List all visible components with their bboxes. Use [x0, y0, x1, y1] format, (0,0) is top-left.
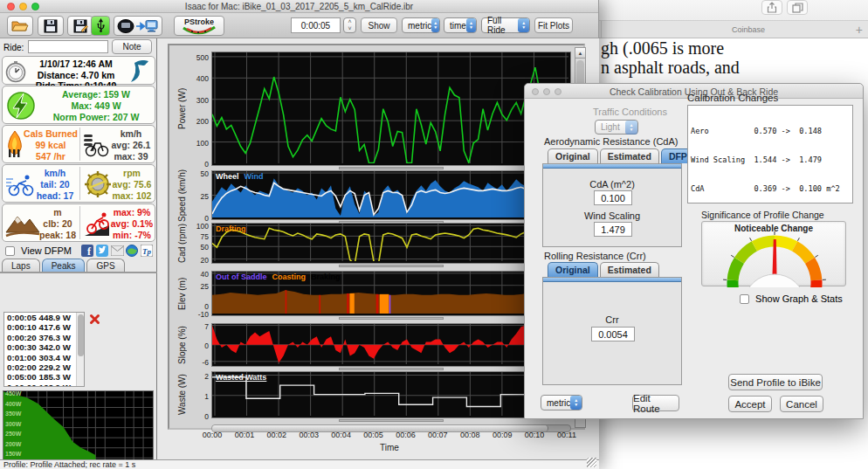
peak-row[interactable]: 0:05:00 185.3 W [4, 372, 84, 382]
x-tick-label: 00:00 [195, 431, 230, 439]
peak-row[interactable]: 0:00:05 448.9 W [4, 313, 84, 322]
toolbar: PStroke 0:00:05 ˄˅ Show metric▲▼ time▲▼ … [0, 13, 598, 38]
calories-text: Cals Burned 99 kcal 547 /hr [24, 128, 78, 162]
show-graph-label: Show Graph & Stats [755, 293, 843, 304]
show-graph-row: Show Graph & Stats [740, 293, 843, 304]
send-profile-button[interactable]: Send Profile to iBike [728, 374, 823, 390]
plot-zoom-indicator[interactable] [339, 317, 444, 320]
ride-name-input[interactable] [28, 40, 108, 53]
peaks-list[interactable]: 0:00:05 448.9 W 0:00:10 417.6 W 0:00:20 … [3, 312, 85, 387]
speed-text: km/h avg: 26.1 max: 39 [107, 128, 155, 162]
power-curve-y-label: 450W [5, 390, 21, 397]
peak-row[interactable]: 0:10:00 163.9 W [4, 383, 84, 387]
cancel-button[interactable]: Cancel [780, 396, 823, 412]
note-button[interactable]: Note [112, 39, 152, 54]
peak-row[interactable]: 0:00:20 376.3 W [4, 333, 84, 342]
peak-row[interactable]: 0:00:10 417.6 W [4, 322, 84, 332]
cadence-plot[interactable]: Cad (rpm)100755020Drafting [211, 223, 571, 264]
speed-bike-icon [83, 133, 109, 157]
show-graph-checkbox[interactable] [740, 294, 749, 304]
view-dfpm-label: View DFPM [21, 245, 72, 256]
usb-button[interactable] [91, 16, 110, 36]
peak-row[interactable]: 0:02:00 229.2 W [4, 362, 84, 372]
peak-row[interactable]: 0:00:30 342.0 W [4, 342, 84, 352]
google-earth-icon[interactable] [126, 245, 138, 257]
scroll-up-arrow-icon[interactable]: ▲ [575, 48, 585, 59]
wind-scaling-value: 1.479 [601, 224, 625, 235]
y-tick-label: 50 [179, 243, 209, 252]
power-plot[interactable]: Power (W)5004003002001000 [211, 52, 571, 166]
peaks-scrollbar[interactable] [76, 313, 84, 386]
cals-rate: 547 /hr [24, 151, 78, 162]
peak-row[interactable]: 0:01:00 303.4 W [4, 353, 84, 362]
cda-label: CdA (m^2) [543, 179, 681, 190]
wind-scaling-field[interactable]: 1.479 [594, 222, 632, 237]
dialog-units-dropdown[interactable]: metric ▲▼ [541, 395, 582, 410]
new-tab-button[interactable]: + [856, 23, 863, 37]
window-resize-grip[interactable] [587, 458, 596, 467]
aero-tab-original[interactable]: Original [548, 148, 598, 163]
crr-tab-original[interactable]: Original [548, 262, 598, 277]
plot-zoom-indicator[interactable] [339, 419, 444, 422]
calibration-changes-box: Aero 0.570 -> 0.148 Wind Scaling 1.544 -… [687, 105, 853, 203]
waste-plot[interactable]: Waste (W)210Wasted Watts [211, 371, 571, 418]
time-stepper[interactable]: ˄˅ [343, 17, 356, 33]
browser-tab-coinbase[interactable]: Coinbase [732, 25, 765, 34]
plot-zoom-indicator[interactable] [339, 368, 444, 370]
tab-gps[interactable]: GPS [86, 259, 124, 272]
plot-zoom-indicator[interactable] [339, 265, 444, 267]
plot-legend: Drafting [216, 224, 251, 233]
power-curve-y-label: 400W [5, 401, 21, 407]
accept-button[interactable]: Accept [728, 396, 772, 412]
x-tick-label: 00:10 [517, 431, 552, 439]
window-title: Isaac for Mac: iBike_01_03_2017_2205_5_k… [0, 2, 598, 11]
show-tabs-icon[interactable] [787, 0, 808, 15]
download-from-device-button[interactable] [114, 16, 162, 36]
show-button[interactable]: Show [361, 17, 397, 33]
gauge-dial-icon [702, 222, 847, 287]
xaxis-dropdown[interactable]: time▲▼ [444, 17, 477, 33]
y-tick-label: 1 [179, 392, 209, 401]
delete-peak-icon[interactable] [89, 314, 100, 325]
crr-tab-estimated[interactable]: Estimated [600, 262, 659, 277]
y-tick-label: 75 [179, 232, 209, 241]
tab-peaks[interactable]: Peaks [42, 259, 86, 272]
slope-plot[interactable]: Slope (%)70-6 [211, 323, 571, 367]
cal-row: Wind Scaling 1.544 -> 1.479 [691, 155, 852, 165]
climb-clb: clb: 20 [38, 218, 78, 230]
range-dropdown[interactable]: Full Ride▲▼ [481, 17, 530, 33]
view-dfpm-checkbox[interactable] [5, 246, 15, 256]
open-file-button[interactable] [7, 16, 33, 36]
range-value: Full Ride [487, 16, 518, 35]
fit-plots-button[interactable]: Fit Plots [534, 17, 573, 33]
speed-avg: avg: 26.1 [107, 140, 155, 151]
crr-field[interactable]: 0.0054 [591, 327, 635, 341]
title-bar[interactable]: Isaac for Mac: iBike_01_03_2017_2205_5_k… [0, 0, 598, 13]
slope-text: max: 9% avg: 0.1% min: -7% [109, 207, 155, 240]
ride-summary-box: 1/10/17 12:46 AM Distance: 4.70 km Ride … [2, 56, 155, 85]
pstroke-button[interactable]: PStroke [174, 16, 224, 36]
share-icon[interactable] [761, 0, 782, 15]
aero-tab-estimated[interactable]: Estimated [600, 148, 659, 163]
twitter-icon[interactable] [96, 245, 108, 257]
plot-zoom-indicator[interactable] [339, 167, 444, 169]
email-icon[interactable] [111, 245, 124, 256]
slope-avg: avg: 0.1% [109, 218, 155, 230]
units-dropdown[interactable]: metric▲▼ [402, 17, 440, 33]
tab-laps[interactable]: Laps [2, 259, 40, 272]
traffic-conditions-dropdown[interactable]: Light ▲▼ [595, 120, 638, 134]
save-as-button[interactable] [67, 16, 93, 36]
tab-divider [601, 21, 602, 38]
speed-plot[interactable]: Speed (km/h)50250WheelWind [211, 170, 571, 220]
time-position-field[interactable]: 0:00:05 [291, 17, 341, 33]
plot-panel: Power (W)5004003002001000 Speed (km/h)50… [168, 44, 585, 430]
sidebar-tabstrip: Laps Peaks GPS [2, 259, 127, 272]
y-tick-label: 0 [179, 412, 209, 421]
facebook-icon[interactable]: f [81, 245, 93, 257]
elevation-plot[interactable]: Elev (m)40250-10Out of SaddleCoastingBra… [211, 271, 571, 316]
cals-burned-title: Cals Burned [24, 128, 78, 140]
cda-field[interactable]: 0.100 [594, 190, 632, 205]
edit-route-button[interactable]: Edit Route [632, 395, 679, 411]
save-button[interactable] [38, 16, 64, 36]
trainingpeaks-icon[interactable]: Tp [141, 245, 153, 257]
